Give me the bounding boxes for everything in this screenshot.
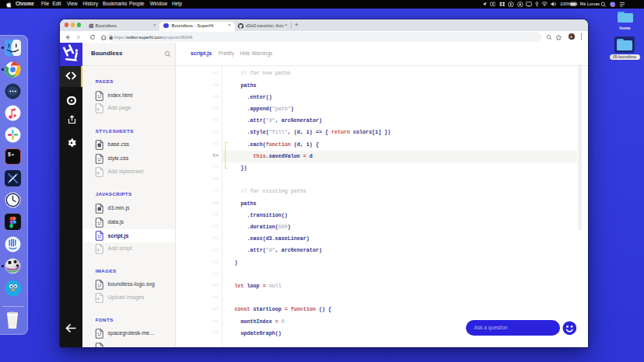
- svg-text:$: $: [8, 152, 11, 158]
